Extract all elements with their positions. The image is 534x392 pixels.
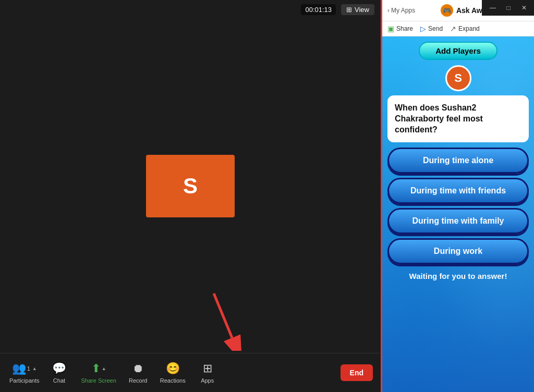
player-avatar: S (445, 65, 471, 91)
answer-friends-button[interactable]: During time with friends (387, 178, 529, 204)
question-text: When does Sushan2 Chakraborty feel most … (395, 103, 483, 134)
share-action-button[interactable]: ▣ Share (387, 24, 413, 33)
share-action-icon: ▣ (387, 24, 394, 33)
participants-icon: 👥 (12, 362, 26, 375)
share-screen-icon: ⬆ (91, 362, 101, 375)
add-players-button[interactable]: Add Players (419, 42, 497, 60)
player-initial: S (454, 71, 462, 85)
minimize-button[interactable]: — (486, 1, 500, 15)
record-button[interactable]: ⏺ Record (123, 359, 154, 386)
chat-icon: 💬 (52, 362, 66, 375)
reactions-icon: 😊 (166, 362, 180, 375)
window-controls: — □ ✕ (482, 0, 534, 16)
apps-button[interactable]: ⊞ Apps (192, 359, 223, 386)
expand-action-label: Expand (458, 25, 480, 32)
panel-actions: ▣ Share ▷ Send ↗ Expand (382, 21, 534, 36)
participants-icon-area: 👥 1 ▲ (12, 362, 37, 375)
chat-button[interactable]: 💬 Chat (43, 359, 75, 386)
participants-label: Participants (9, 377, 39, 384)
share-screen-icon-area: ⬆ ▲ (91, 362, 106, 375)
apps-icon: ⊞ (203, 362, 212, 375)
answer-work-button[interactable]: During work (387, 238, 529, 264)
send-action-icon: ▷ (420, 24, 426, 33)
send-action-button[interactable]: ▷ Send (420, 24, 443, 33)
reactions-label: Reactions (160, 377, 186, 384)
participant-count: 1 (27, 365, 30, 372)
participants-button[interactable]: 👥 1 ▲ Participants (5, 359, 43, 386)
record-label: Record (129, 377, 147, 384)
share-screen-label: Share Screen (81, 377, 116, 384)
game-area: Add Players S When does Sushan2 Chakrabo… (382, 36, 534, 392)
video-area: S (0, 19, 381, 353)
chevron-left-icon: ‹ (387, 7, 390, 14)
answer-alone-button[interactable]: During time alone (387, 148, 529, 174)
waiting-text: Waiting for you to answer! (409, 272, 507, 280)
maximize-button[interactable]: □ (501, 1, 516, 15)
end-call-button[interactable]: End (341, 364, 373, 381)
chevron-up-icon-share: ▲ (102, 366, 106, 371)
chat-label: Chat (53, 377, 65, 384)
close-button[interactable]: ✕ (517, 1, 531, 15)
main-video-area: 00:01:13 ⊞ View S 👥 1 ▲ (0, 0, 381, 392)
participant-tile: S (146, 155, 235, 217)
reactions-button[interactable]: 😊 Reactions (154, 359, 192, 386)
apps-label: Apps (201, 377, 214, 384)
back-to-apps-button[interactable]: ‹ My Apps (387, 7, 415, 14)
share-action-label: Share (396, 25, 413, 32)
record-icon: ⏺ (132, 362, 144, 375)
app-icon: 🎮 (441, 4, 453, 17)
grid-icon: ⊞ (346, 6, 352, 14)
participant-initial: S (183, 174, 198, 199)
expand-action-button[interactable]: ↗ Expand (450, 24, 480, 33)
view-button[interactable]: ⊞ View (341, 4, 374, 15)
answer-family-button[interactable]: During time with family (387, 208, 529, 234)
call-timer: 00:01:13 (301, 4, 336, 15)
chevron-up-icon: ▲ (32, 366, 37, 371)
question-card: When does Sushan2 Chakraborty feel most … (387, 95, 529, 142)
ask-away-panel: ‹ My Apps 🎮 Ask Away ••• ▣ Share ▷ Send … (381, 0, 534, 392)
bottom-toolbar: 👥 1 ▲ Participants 💬 Chat ⬆ ▲ Share Scre… (0, 353, 381, 392)
expand-action-icon: ↗ (450, 24, 456, 33)
share-screen-button[interactable]: ⬆ ▲ Share Screen (75, 359, 122, 386)
send-action-label: Send (428, 25, 443, 32)
top-bar: 00:01:13 ⊞ View (0, 0, 381, 19)
